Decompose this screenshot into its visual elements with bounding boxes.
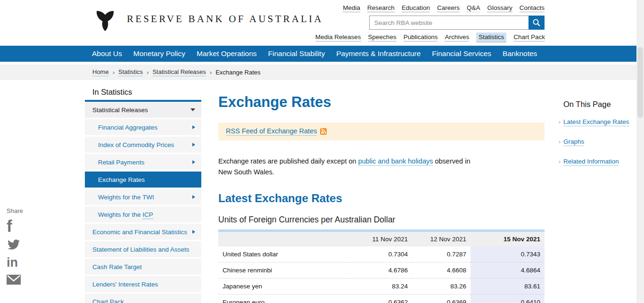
list-item: › Graphs: [559, 138, 637, 146]
utility-link-careers[interactable]: Careers: [437, 4, 460, 12]
chevron-right-icon: ›: [559, 119, 561, 125]
twitter-icon: [7, 238, 21, 251]
secondary-link-publications[interactable]: Publications: [404, 33, 438, 41]
rate-cell: 0.7304: [346, 246, 412, 262]
sidebar-item-statement-of-liabilities-and-assets[interactable]: Statement of Liabilities and Assets: [85, 241, 201, 257]
rate-cell: 0.6362: [346, 295, 412, 303]
rba-logo[interactable]: RESERVE BANK OF AUSTRALIA: [92, 7, 323, 31]
utility-link-research[interactable]: Research: [367, 4, 395, 12]
sidebar-item-economic-and-financial-statistics[interactable]: Economic and Financial Statistics: [85, 224, 201, 240]
rate-cell-latest: 0.7343: [471, 246, 545, 262]
sidebar-item-statistical-releases[interactable]: Statistical Releases: [85, 102, 201, 118]
utility-link-glossary[interactable]: Glossary: [487, 4, 512, 12]
breadcrumb-home[interactable]: Home: [92, 68, 109, 76]
main-content: Exchange Rates RSS Feed of Exchange Rate…: [218, 94, 545, 303]
on-this-page-link-related-information[interactable]: Related Information: [563, 158, 619, 166]
on-this-page-link-latest-exchange-rates[interactable]: Latest Exchange Rates: [563, 118, 629, 126]
breadcrumb: Home › Statistics › Statistical Releases…: [0, 65, 636, 80]
sidebar-item-label: Statement of Liabilities and Assets: [92, 246, 190, 253]
nav-item-about-us[interactable]: About Us: [92, 49, 122, 58]
scrollbar-track[interactable]: [636, 0, 644, 303]
secondary-link-media-releases[interactable]: Media Releases: [315, 33, 361, 41]
currency-cell: Japanese yen: [218, 278, 346, 295]
public-and-bank-holidays-link[interactable]: public and bank holidays: [358, 157, 433, 166]
chevron-right-icon: [192, 195, 195, 199]
rate-cell: 83.26: [412, 278, 471, 295]
nav-item-monetary-policy[interactable]: Monetary Policy: [133, 49, 185, 58]
exchange-rates-table: 11 Nov 2021 12 Nov 2021 15 Nov 2021 Unit…: [218, 229, 545, 303]
nav-item-market-operations[interactable]: Market Operations: [197, 49, 257, 58]
currency-cell: United States dollar: [218, 246, 346, 262]
utility-nav: Media Research Education Careers Q&A Glo…: [343, 4, 545, 12]
scrollbar-thumb[interactable]: [637, 47, 643, 118]
sidebar-item-financial-aggregates[interactable]: Financial Aggregates: [85, 119, 201, 135]
date-column-header: 11 Nov 2021: [346, 231, 412, 246]
nav-item-banknotes[interactable]: Banknotes: [503, 49, 537, 58]
sidebar-item-exchange-rates[interactable]: Exchange Rates: [85, 172, 201, 188]
rate-cell-latest: 0.6410: [471, 295, 545, 303]
sidebar-item-label: Retail Payments: [98, 159, 144, 166]
list-item: › Latest Exchange Rates: [559, 118, 637, 126]
sidebar-item-label: Cash Rate Target: [92, 263, 142, 270]
breadcrumb-current: Exchange Rates: [215, 69, 260, 76]
secondary-link-chart-pack[interactable]: Chart Pack: [513, 33, 545, 41]
chevron-down-icon: [190, 108, 195, 111]
rate-cell-latest: 83.61: [471, 278, 545, 295]
intro-paragraph: Exchange rates are published daily excep…: [218, 156, 482, 178]
secondary-link-speeches[interactable]: Speeches: [368, 33, 396, 41]
sidebar-item-label: Exchange Rates: [98, 176, 145, 183]
search-icon: [532, 18, 541, 27]
rss-feed-box: RSS Feed of Exchange Rates: [218, 123, 545, 140]
rba-logo-text: RESERVE BANK OF AUSTRALIA: [127, 13, 323, 25]
sidebar-item-lenders-interest-rates[interactable]: Lenders' Interest Rates: [85, 276, 201, 292]
sidebar-item-retail-payments[interactable]: Retail Payments: [85, 154, 201, 170]
currency-cell: European euro: [218, 295, 346, 303]
utility-link-contacts[interactable]: Contacts: [520, 4, 545, 12]
utility-link-qa[interactable]: Q&A: [467, 4, 480, 12]
date-column-header-latest: 15 Nov 2021: [471, 231, 545, 246]
icp-abbr: ICP: [142, 211, 153, 219]
chevron-right-icon: ›: [559, 139, 561, 145]
on-this-page-panel: On This Page › Latest Exchange Rates › G…: [559, 100, 637, 166]
secondary-link-statistics[interactable]: Statistics: [476, 33, 506, 42]
nav-item-payments-infrastructure[interactable]: Payments & Infrastructure: [336, 49, 421, 58]
statistics-sidebar: In Statistics Statistical Releases Finan…: [85, 88, 201, 303]
breadcrumb-separator: ›: [147, 69, 149, 76]
currency-cell: Chinese renminbi: [218, 262, 346, 278]
breadcrumb-statistics[interactable]: Statistics: [118, 68, 143, 76]
email-icon: [7, 275, 21, 285]
sidebar-item-index-of-commodity-prices[interactable]: Index of Commodity Prices: [85, 137, 201, 153]
search-button[interactable]: [528, 16, 545, 30]
sidebar-item-cash-rate-target[interactable]: Cash Rate Target: [85, 259, 201, 275]
table-row: European euro 0.6362 0.6369 0.6410: [218, 295, 545, 303]
chevron-right-icon: ›: [559, 158, 561, 165]
sidebar-item-label: Lenders' Interest Rates: [92, 281, 158, 288]
breadcrumb-separator: ›: [210, 69, 212, 76]
share-facebook-button[interactable]: f: [7, 218, 28, 234]
share-linkedin-button[interactable]: in: [7, 256, 28, 269]
table-row: Chinese renminbi 4.6786 4.6608 4.6864: [218, 262, 545, 278]
sidebar-nav: Statistical Releases Financial Aggregate…: [85, 100, 201, 303]
sidebar-item-label: Chart Pack: [92, 298, 124, 303]
secondary-link-archives[interactable]: Archives: [445, 33, 469, 41]
share-twitter-button[interactable]: [7, 238, 28, 253]
breadcrumb-statistical-releases[interactable]: Statistical Releases: [152, 68, 206, 76]
nav-item-financial-services[interactable]: Financial Services: [432, 49, 491, 58]
nav-item-financial-stability[interactable]: Financial Stability: [268, 49, 325, 58]
sidebar-item-weights-for-the-twi[interactable]: Weights for the TWI: [85, 189, 201, 205]
chevron-right-icon: [192, 230, 195, 234]
on-this-page-link-graphs[interactable]: Graphs: [563, 138, 584, 146]
sidebar-item-chart-pack[interactable]: Chart Pack: [85, 294, 201, 303]
rate-cell-latest: 4.6864: [471, 262, 545, 278]
table-row: United States dollar 0.7304 0.7287 0.734…: [218, 246, 545, 262]
chevron-right-icon: [192, 125, 195, 129]
table-title: Units of Foreign Currencies per Australi…: [218, 215, 545, 225]
sidebar-heading: In Statistics: [92, 88, 201, 97]
rss-feed-link[interactable]: RSS Feed of Exchange Rates: [226, 127, 327, 136]
utility-link-education[interactable]: Education: [402, 4, 430, 12]
sidebar-item-weights-for-the-icp[interactable]: Weights for the ICP: [85, 206, 201, 222]
search-input[interactable]: [369, 16, 528, 30]
share-email-button[interactable]: [7, 275, 28, 287]
utility-link-media[interactable]: Media: [343, 4, 360, 12]
sidebar-item-label: Weights for the ICP: [98, 211, 153, 218]
